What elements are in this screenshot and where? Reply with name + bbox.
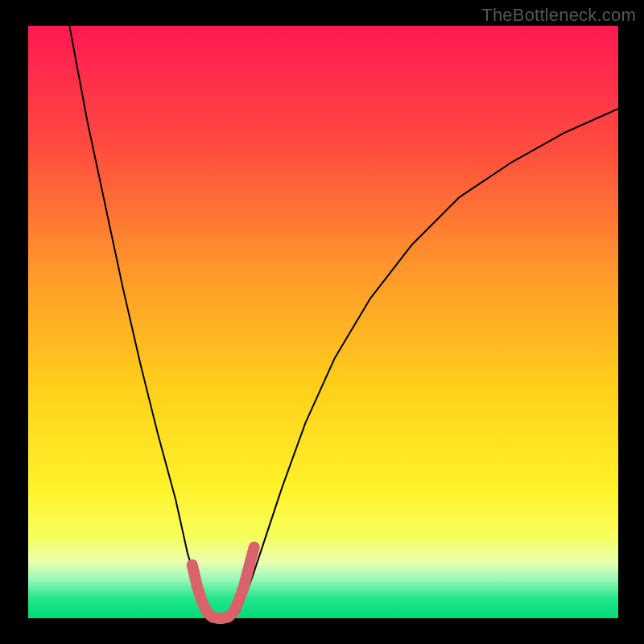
bottleneck-chart	[0, 0, 644, 644]
plot-background	[28, 26, 618, 618]
chart-frame: TheBottleneck.com	[0, 0, 644, 644]
